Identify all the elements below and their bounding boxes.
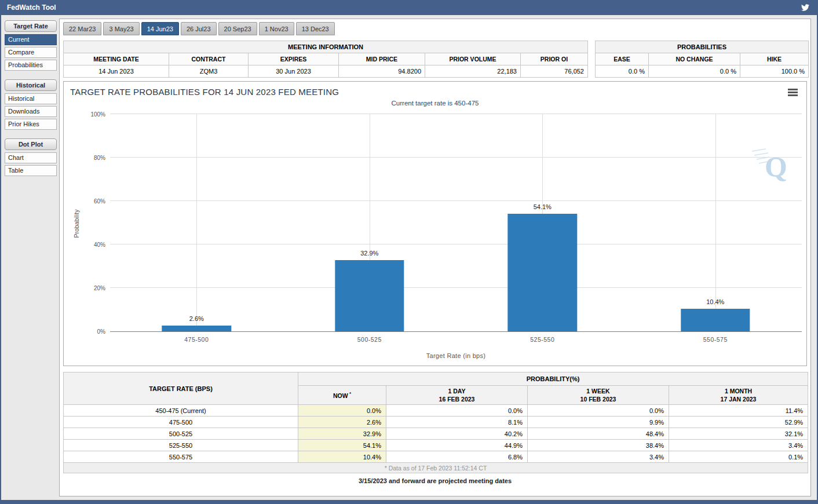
col-header-ease: EASE: [596, 53, 649, 65]
meeting-tabs: 22 Mar233 May2314 Jun2326 Jul2320 Sep231…: [60, 19, 810, 35]
sidebar: Target RateCurrentCompareProbabilitiesHi…: [1, 15, 59, 500]
tab-1-nov23[interactable]: 1 Nov23: [259, 22, 294, 35]
probability-table-section: TARGET RATE (BPS) PROBABILITY(%) NOW *1 …: [63, 372, 807, 473]
twitter-icon[interactable]: [801, 3, 811, 12]
x-tick-label: 525-550: [530, 336, 554, 343]
col-header-contract: CONTRACT: [169, 53, 249, 65]
meeting-info-table: MEETING INFORMATION MEETING DATECONTRACT…: [63, 41, 588, 78]
h-gridline: [110, 157, 802, 158]
app-body: Target RateCurrentCompareProbabilitiesHi…: [1, 15, 817, 500]
tab-22-mar23[interactable]: 22 Mar23: [63, 22, 101, 35]
sidebar-item-compare[interactable]: Compare: [5, 47, 57, 58]
projected-dates-note: 3/15/2023 and forward are projected meet…: [60, 473, 810, 487]
row-label-525-550: 525-550: [64, 440, 298, 451]
tab-13-dec23[interactable]: 13 Dec23: [296, 22, 335, 35]
row-label-475-500: 475-500: [64, 417, 298, 428]
sidebar-item-prior-hikes[interactable]: Prior Hikes: [5, 119, 57, 130]
prob-value: 32.9%: [298, 428, 386, 440]
sidebar-gap: [5, 72, 57, 79]
prob-value: 54.1%: [298, 440, 386, 451]
value-prior-volume: 22,183: [425, 65, 521, 78]
meeting-info-header-row: MEETING DATECONTRACTEXPIRESMID PRICEPRIO…: [64, 53, 588, 65]
y-tick-label: 40%: [94, 242, 110, 248]
sidebar-item-table[interactable]: Table: [5, 165, 57, 176]
prob-value: 8.1%: [386, 417, 528, 428]
tab-14-jun23[interactable]: 14 Jun23: [141, 22, 179, 35]
sidebar-item-probabilities[interactable]: Probabilities: [5, 60, 57, 71]
value-prior-oi: 76,052: [521, 65, 588, 78]
prob-value: 6.8%: [386, 451, 528, 463]
meeting-info-value-row: 14 Jun 2023ZQM330 Jun 202394.820022,1837…: [64, 65, 588, 78]
info-row: MEETING INFORMATION MEETING DATECONTRACT…: [60, 35, 810, 79]
chart-title: TARGET RATE PROBABILITIES FOR 14 JUN 202…: [70, 87, 339, 97]
tab-20-sep23[interactable]: 20 Sep23: [218, 22, 257, 35]
chart-subtitle: Current target rate is 450-475: [64, 100, 806, 107]
value-mid-price: 94.8200: [339, 65, 425, 78]
h-gridline: [110, 244, 802, 244]
probabilities-table: PROBABILITIES EASENO CHANGEHIKE 0.0 %0.0…: [595, 41, 809, 78]
col-header-hike: HIKE: [740, 53, 809, 65]
col-header-prior-volume: PRIOR VOLUME: [425, 53, 521, 65]
probabilities-value-row: 0.0 %0.0 %100.0 %: [596, 65, 809, 78]
bar-500-525: [335, 260, 404, 331]
prob-value: 0.0%: [528, 405, 669, 417]
sidebar-item-chart[interactable]: Chart: [5, 152, 57, 163]
sidebar-group-dot-plot[interactable]: Dot Plot: [5, 138, 57, 150]
prob-value: 0.1%: [669, 451, 808, 463]
main-panel: 22 Mar233 May2314 Jun2326 Jul2320 Sep231…: [59, 19, 811, 496]
meeting-info-title: MEETING INFORMATION: [64, 41, 588, 53]
value-meeting-date: 14 Jun 2023: [64, 65, 169, 78]
value-contract: ZQM3: [169, 65, 249, 78]
h-gridline: [110, 200, 802, 201]
prob-value: 3.4%: [528, 451, 669, 463]
bar-525-550: [508, 214, 577, 331]
prob-value: 40.2%: [386, 428, 528, 440]
prob-value: 0.0%: [386, 405, 528, 417]
tab-3-may23[interactable]: 3 May23: [103, 22, 139, 35]
app-title: FedWatch Tool: [7, 3, 56, 12]
bar-value-label: 10.4%: [706, 298, 724, 305]
app-header: FedWatch Tool: [1, 0, 817, 15]
row-label-550-575: 550-575: [64, 451, 298, 463]
fedwatch-app: FedWatch Tool Target RateCurrentCompareP…: [0, 0, 818, 504]
y-tick-label: 20%: [94, 285, 110, 291]
prob-col-1-week: 1 WEEK10 FEB 2023: [528, 386, 669, 405]
sidebar-group-target-rate[interactable]: Target Rate: [5, 20, 57, 32]
value-no-change: 0.0 %: [649, 65, 740, 78]
sidebar-group-historical[interactable]: Historical: [5, 79, 57, 91]
prob-value: 2.6%: [298, 417, 386, 428]
bar-475-500: [162, 326, 231, 331]
value-expires: 30 Jun 2023: [249, 65, 339, 78]
probabilities-header-row: EASENO CHANGEHIKE: [596, 53, 809, 65]
table-row: 450-475 (Current)0.0%0.0%0.0%11.4%: [64, 405, 808, 417]
col-header-prior-oi: PRIOR OI: [521, 53, 588, 65]
target-rate-col-header: TARGET RATE (BPS): [64, 372, 298, 405]
prob-value: 10.4%: [298, 451, 386, 463]
bar-value-label: 2.6%: [189, 315, 204, 322]
sidebar-item-historical[interactable]: Historical: [5, 93, 57, 104]
sidebar-item-downloads[interactable]: Downloads: [5, 106, 57, 117]
prob-value: 9.9%: [528, 417, 669, 428]
row-label-450-475-current: 450-475 (Current): [64, 405, 298, 417]
prob-value: 0.0%: [298, 405, 386, 417]
sidebar-gap: [5, 132, 57, 138]
value-hike: 100.0 %: [740, 65, 809, 78]
col-header-no-change: NO CHANGE: [649, 53, 740, 65]
prob-col-1-month: 1 MONTH17 JAN 2023: [669, 386, 808, 405]
tab-26-jul23[interactable]: 26 Jul23: [181, 22, 217, 35]
sidebar-item-current[interactable]: Current: [5, 34, 57, 45]
y-tick-label: 100%: [90, 111, 110, 118]
prob-value: 44.9%: [386, 440, 528, 451]
prob-value: 3.4%: [669, 440, 808, 451]
chart-context-menu-icon[interactable]: [788, 89, 798, 97]
prob-value: 32.1%: [669, 428, 808, 440]
value-ease: 0.0 %: [596, 65, 649, 78]
prob-value: 52.9%: [669, 417, 808, 428]
y-tick-label: 0%: [97, 328, 110, 335]
probabilities-title: PROBABILITIES: [596, 41, 809, 53]
row-label-500-525: 500-525: [64, 428, 298, 440]
y-tick-label: 80%: [94, 155, 110, 161]
table-row: 500-52532.9%40.2%48.4%32.1%: [64, 428, 808, 440]
prob-value: 48.4%: [528, 428, 669, 440]
bar-550-575: [681, 309, 750, 331]
